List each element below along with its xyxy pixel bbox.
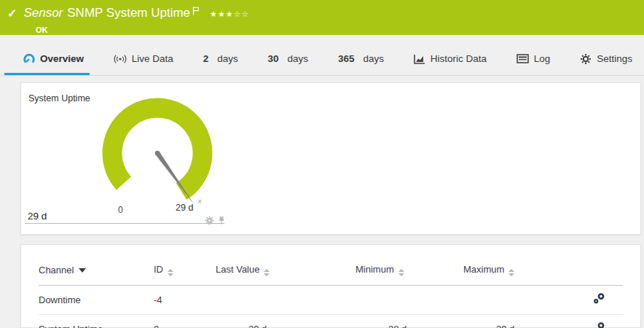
- tab-settings[interactable]: Settings: [578, 42, 634, 75]
- gauge-axis-line: [25, 223, 224, 224]
- object-kind-label: Sensor: [23, 5, 63, 21]
- tab-label: days: [288, 53, 309, 64]
- tab-365-days[interactable]: 365days: [337, 42, 385, 75]
- historic-chart-icon: [414, 54, 425, 64]
- sort-icon: [508, 269, 514, 276]
- priority-stars[interactable]: ★★★☆☆: [210, 6, 249, 22]
- stars-empty: ☆☆: [234, 9, 250, 18]
- tab-label: Overview: [40, 53, 84, 64]
- uptime-gauge: x: [87, 93, 232, 214]
- column-label: Maximum: [463, 264, 504, 275]
- tab-label: days: [217, 53, 238, 64]
- widget-pin-icon[interactable]: [217, 215, 226, 228]
- column-header-id[interactable]: ID: [154, 259, 216, 286]
- gauge-current-value: 29 d: [28, 211, 47, 222]
- sort-desc-icon: [79, 268, 86, 273]
- gauge-scale-min-label: 0: [118, 205, 123, 215]
- table-row[interactable]: Downtime -4: [39, 286, 623, 315]
- sort-icon: [168, 269, 173, 276]
- column-label: Minimum: [356, 264, 394, 275]
- channel-id: 0: [154, 315, 216, 328]
- channel-maximum: [463, 286, 575, 315]
- stars-filled: ★★★: [210, 9, 234, 18]
- flag-icon[interactable]: [192, 4, 200, 20]
- column-label: Last Value: [216, 264, 259, 275]
- tab-label: Historic Data: [431, 53, 487, 64]
- tab-bar: Overview Live Data 2days 30days 365days …: [0, 35, 644, 76]
- tab-number: 30: [268, 53, 279, 64]
- channel-settings-gears-icon[interactable]: [593, 321, 605, 328]
- gauge-icon: [23, 53, 35, 65]
- gear-icon: [580, 53, 592, 65]
- sort-icon: [264, 269, 270, 276]
- tab-overview[interactable]: Overview: [22, 42, 85, 75]
- column-header-actions: [575, 259, 623, 286]
- widget-gear-icon[interactable]: [205, 215, 214, 228]
- gauge-title: System Uptime: [28, 93, 90, 104]
- tab-historic-data[interactable]: Historic Data: [412, 42, 488, 75]
- status-check-icon: ✓: [7, 6, 17, 22]
- channels-panel: Channel ID Last Value Minimum Maximum: [20, 244, 641, 328]
- tab-live-data[interactable]: Live Data: [112, 42, 175, 75]
- channel-maximum: 29 d: [463, 315, 575, 328]
- tab-30-days[interactable]: 30days: [267, 42, 310, 75]
- sensor-header: ✓ Sensor SNMP System Uptime ★★★☆☆ OK: [0, 0, 644, 35]
- page-title: SNMP System Uptime: [67, 5, 190, 21]
- column-header-minimum[interactable]: Minimum: [356, 259, 463, 286]
- column-header-maximum[interactable]: Maximum: [463, 259, 575, 286]
- table-header-row: Channel ID Last Value Minimum Maximum: [39, 259, 623, 286]
- channel-name: Downtime: [39, 286, 154, 315]
- tab-2-days[interactable]: 2days: [202, 42, 240, 75]
- broadcast-icon: [114, 54, 127, 64]
- column-label: Channel: [39, 265, 74, 276]
- channel-last-value: 29 d: [216, 315, 356, 328]
- sort-icon: [398, 269, 404, 276]
- channel-settings-gears-icon[interactable]: [593, 292, 605, 307]
- channel-minimum: [356, 286, 463, 315]
- column-header-channel[interactable]: Channel: [39, 259, 154, 286]
- status-badge: OK: [36, 26, 48, 34]
- tab-label: days: [363, 53, 384, 64]
- channel-id: -4: [154, 286, 216, 315]
- channel-minimum: 28 d: [356, 315, 463, 328]
- tab-label: Settings: [597, 53, 632, 64]
- column-header-last-value[interactable]: Last Value: [216, 259, 356, 286]
- gauge-scale-max-label: 29 d: [176, 203, 193, 213]
- gauge-pointer-marker: x: [198, 198, 202, 205]
- table-row[interactable]: System Uptime 0 29 d 28 d 29 d: [39, 315, 623, 328]
- tab-number: 2: [203, 53, 209, 64]
- channels-table: Channel ID Last Value Minimum Maximum: [39, 259, 623, 328]
- tab-label: Live Data: [132, 53, 173, 64]
- tab-log[interactable]: Log: [515, 42, 552, 75]
- gauge-panel: System Uptime x 0 29 d 29 d: [20, 82, 641, 235]
- tab-number: 365: [338, 53, 355, 64]
- channel-last-value: [216, 286, 356, 315]
- channel-name: System Uptime: [39, 315, 154, 328]
- log-icon: [517, 54, 529, 63]
- column-label: ID: [154, 264, 163, 275]
- tab-label: Log: [534, 53, 551, 64]
